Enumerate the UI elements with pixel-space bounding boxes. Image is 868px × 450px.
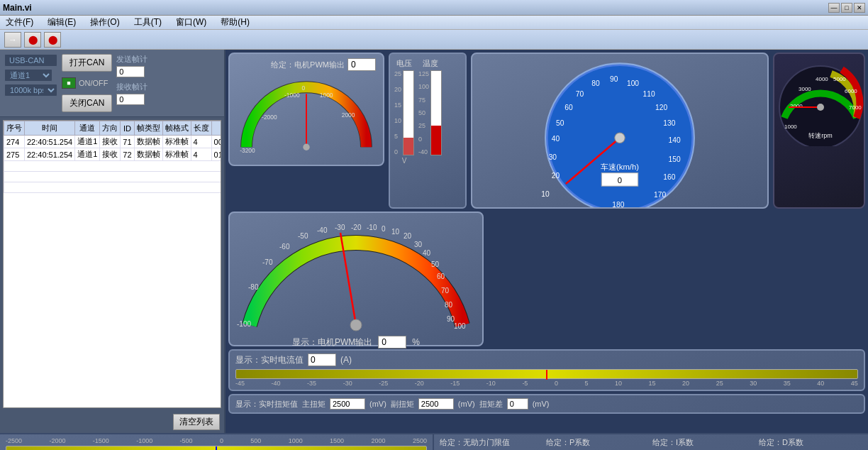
- diff-torque-input[interactable]: [507, 398, 528, 410]
- voltage-label: 电压: [396, 58, 412, 69]
- volt-temp-panel: 电压 25 20 15 10 5 0: [389, 53, 467, 209]
- pid-p: 给定：P系数 范围：-32768~32767: [546, 437, 650, 450]
- current-display-input[interactable]: [308, 353, 336, 366]
- col-frame-fmt: 帧格式: [162, 121, 191, 136]
- torque-main-unit: (mV): [369, 400, 386, 408]
- maximize-button[interactable]: □: [841, 3, 852, 13]
- svg-point-43: [817, 104, 824, 111]
- recv-count-label: 接收帧计: [116, 82, 148, 92]
- col-channel: 通道: [75, 121, 100, 136]
- col-time: 时间: [25, 121, 75, 136]
- svg-text:0: 0: [382, 225, 386, 233]
- window-title: Main.vi: [3, 3, 828, 13]
- menu-help[interactable]: 帮助(H): [218, 16, 252, 29]
- table-row: [4, 182, 222, 193]
- pwm-display-input[interactable]: [378, 336, 406, 349]
- svg-text:2000: 2000: [342, 111, 355, 119]
- svg-text:140: 140: [669, 136, 681, 144]
- minimize-button[interactable]: —: [828, 3, 840, 13]
- can-controls: USB-CAN 通道1 1000k bps 打开CAN ■ ON/OFF 关闭C…: [0, 50, 224, 117]
- pwm-set-input[interactable]: [347, 58, 376, 71]
- svg-text:80: 80: [445, 301, 453, 309]
- send-count-label: 发送帧计: [116, 54, 148, 65]
- main-torque-input[interactable]: [330, 398, 365, 410]
- svg-text:-20: -20: [351, 224, 362, 231]
- pwm-arc-gauge: 给定：电机PWM输出: [228, 53, 384, 166]
- message-table: 序号 时间 通道 方向 ID 帧类型 帧格式 长度 数据: [4, 121, 221, 193]
- menu-bar: 文件(F) 编辑(E) 操作(O) 工具(T) 窗口(W) 帮助(H): [0, 16, 868, 30]
- svg-text:0: 0: [301, 84, 305, 92]
- open-can-button[interactable]: 打开CAN: [62, 54, 112, 72]
- bottom-slider-track[interactable]: [6, 446, 427, 450]
- svg-text:180: 180: [612, 201, 624, 207]
- svg-point-65: [350, 319, 362, 331]
- slider-indicator: [216, 446, 217, 450]
- svg-text:110: 110: [643, 90, 655, 98]
- onoff-label: ON/OFF: [79, 79, 108, 87]
- svg-text:60: 60: [564, 104, 573, 111]
- toolbar-stop-btn[interactable]: ⬤: [44, 32, 61, 48]
- torque-sub-unit: (mV): [458, 400, 475, 408]
- svg-text:1000: 1000: [784, 124, 797, 130]
- send-count-input[interactable]: [116, 66, 145, 77]
- svg-text:10: 10: [391, 228, 400, 236]
- svg-text:-30: -30: [335, 224, 345, 231]
- svg-text:转速rpm: 转速rpm: [808, 132, 833, 139]
- svg-point-32: [615, 133, 625, 143]
- close-button[interactable]: ✕: [854, 3, 865, 13]
- baud-select[interactable]: 1000k bps: [4, 84, 57, 97]
- svg-text:100: 100: [454, 322, 466, 330]
- current-needle: [546, 370, 547, 380]
- content-area: USB-CAN 通道1 1000k bps 打开CAN ■ ON/OFF 关闭C…: [0, 50, 868, 433]
- torque-main-label: 主扭矩: [302, 399, 326, 410]
- close-can-button[interactable]: 关闭CAN: [62, 94, 112, 112]
- table-row: [4, 172, 222, 182]
- svg-text:-10: -10: [367, 224, 377, 231]
- svg-text:120: 120: [655, 104, 667, 111]
- menu-window[interactable]: 窗口(W): [173, 16, 209, 29]
- svg-text:-80: -80: [248, 283, 259, 291]
- torque-panel: 显示：实时扭矩值 主扭矩 (mV) 副扭矩 (mV) 扭矩差 (mV): [228, 394, 865, 414]
- menu-edit[interactable]: 编辑(E): [45, 16, 79, 29]
- svg-text:50: 50: [431, 260, 440, 268]
- svg-text:-50: -50: [298, 232, 308, 240]
- svg-text:7000: 7000: [849, 104, 862, 111]
- left-panel: USB-CAN 通道1 1000k bps 打开CAN ■ ON/OFF 关闭C…: [0, 50, 226, 433]
- svg-text:60: 60: [437, 273, 445, 280]
- channel-select[interactable]: 通道1: [4, 69, 52, 82]
- torque-display-label: 显示：实时扭矩值: [235, 399, 298, 410]
- toolbar: → ⬤ ⬤: [0, 30, 868, 50]
- pwm-arc-label: 给定：电机PWM输出: [271, 60, 345, 70]
- menu-file[interactable]: 文件(F): [3, 16, 36, 29]
- svg-text:40: 40: [423, 249, 431, 257]
- slider-scale: -2500-2000-1500-1000-5000500100015002000…: [6, 437, 427, 444]
- toolbar-run-btn[interactable]: →: [4, 32, 21, 48]
- svg-text:80: 80: [591, 79, 600, 87]
- current-display-label: 显示：实时电流值: [235, 354, 304, 366]
- recv-count-input[interactable]: [116, 94, 145, 105]
- onoff-indicator: ■: [62, 77, 76, 89]
- svg-text:70: 70: [441, 287, 450, 295]
- torque-diff-label: 扭矩差: [479, 399, 503, 410]
- can-type-label: USB-CAN: [4, 54, 57, 67]
- clear-list-button[interactable]: 清空列表: [173, 414, 220, 430]
- current-linear-gauge: [235, 369, 858, 379]
- menu-ops[interactable]: 操作(O): [87, 16, 122, 29]
- svg-text:1000: 1000: [320, 92, 333, 99]
- speed-gauge: 10 20 30 40 50 60 70 80 90 100 110 120 1…: [471, 53, 769, 209]
- col-frame-type: 帧类型: [134, 121, 162, 136]
- toolbar-rec-btn[interactable]: ⬤: [24, 32, 41, 48]
- menu-tools[interactable]: 工具(T): [131, 16, 165, 29]
- svg-text:50: 50: [556, 119, 564, 127]
- pwm-main-gauge: -100 -80 -70 -60 -50 -40 -30 -20 -10 0 1…: [228, 212, 484, 346]
- pid-i: 给定：I系数 范围：-32768~32767: [652, 437, 756, 450]
- pid-no-assist: 给定：无助力门限值 范围：0~255: [440, 437, 543, 450]
- svg-text:6000: 6000: [845, 88, 857, 94]
- svg-text:90: 90: [610, 75, 618, 83]
- col-dir: 方向: [100, 121, 121, 136]
- sub-torque-input[interactable]: [418, 398, 454, 410]
- svg-text:160: 160: [663, 173, 675, 181]
- torque-diff-unit: (mV): [533, 400, 550, 408]
- svg-text:-70: -70: [262, 258, 273, 266]
- app-window: Main.vi — □ ✕ 文件(F) 编辑(E) 操作(O) 工具(T) 窗口…: [0, 0, 868, 450]
